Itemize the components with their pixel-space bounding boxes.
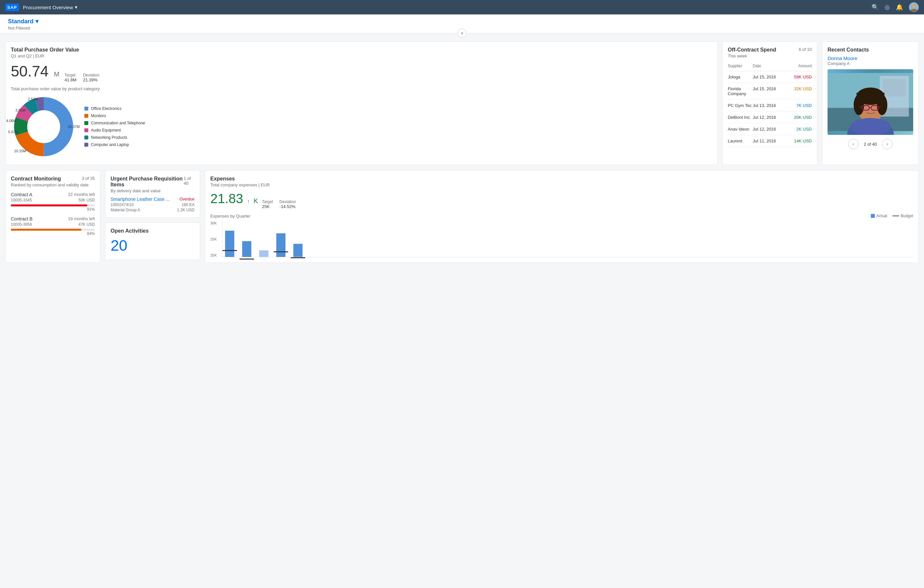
expenses-legend: Actual Budget [871, 214, 913, 218]
contract-a-id: 10005-3345 [11, 198, 32, 202]
donut-label-2: 2.54M [28, 97, 38, 101]
bar-q5-actual [293, 244, 302, 257]
pr-overdue-badge: Overdue [180, 197, 195, 202]
contract-b-id: 10005-3958 [11, 222, 32, 227]
y-label-30k: 30K [210, 221, 221, 225]
donut-chart: 25.37M 10.15M 5.07M 4.06M 3.55M 2.54M [11, 94, 76, 159]
svg-point-0 [912, 3, 916, 8]
expenses-kpi-value: 21.83 [210, 191, 243, 206]
contract-monitoring-card: Contract Monitoring 3 of 35 Ranked by co… [5, 170, 101, 263]
target-icon[interactable]: ◎ [884, 3, 890, 11]
pr-item-name-0[interactable]: Smartphone Leather Case ... [111, 197, 170, 202]
contract-monitoring-subtitle: Ranked by consumption and validity date [11, 182, 95, 187]
open-activities-header: Open Activities [111, 228, 195, 234]
legend-office-electronics: Office Electronics [84, 106, 145, 111]
legend-networking: Networking Products [84, 135, 145, 140]
legend-color-green [84, 121, 88, 125]
bar-q2-budget [239, 259, 254, 259]
bar-group-q4 [276, 233, 285, 257]
legend-color-purple [84, 143, 88, 147]
search-icon[interactable]: 🔍 [871, 3, 879, 11]
legend-audio: Audio Equipment [84, 128, 145, 132]
legend-comm-tel: Communication and Telephone [84, 121, 145, 126]
off-contract-row-3: DelBont Inc. Jul 12, 2016 20K USD [728, 112, 812, 123]
legend-actual-icon [871, 214, 875, 218]
contract-a-months: 22 months left [68, 192, 95, 197]
col-supplier: Supplier [728, 64, 753, 68]
donut-label-25: 25.37M [68, 125, 80, 129]
contract-b-percent: 84% [11, 231, 95, 236]
bell-icon[interactable]: 🔔 [896, 3, 903, 11]
urgent-pr-card: Urgent Purchase Requisition Items 1 of 4… [105, 170, 200, 218]
header-left: SAP Procurement Overview ▾ [5, 3, 78, 11]
avatar[interactable] [909, 2, 919, 12]
legend-budget-icon [893, 216, 899, 216]
svg-point-8 [27, 110, 60, 143]
contract-b-progress-bg [11, 229, 95, 231]
view-label: Standard [8, 18, 33, 25]
pr-item-detail-0: 10002474/10 180 EA [111, 202, 195, 207]
legend-color-pink [84, 128, 88, 132]
expenses-target-value: 25K [262, 204, 273, 209]
contact-name[interactable]: Donna Moore [828, 55, 913, 61]
donut-label-5: 5.07M [8, 130, 18, 134]
bar-q3-actual [259, 250, 268, 257]
bar-chart-wrapper: 30K 25K 20K [210, 221, 913, 257]
po-kpi-value: 50.74 [11, 64, 49, 79]
total-po-card: Total Purchase Order Value Q1 and Q2 | E… [5, 41, 718, 165]
contract-a-percent: 91% [11, 207, 95, 211]
po-target-label: Target [64, 73, 76, 78]
bottom-row: Contract Monitoring 3 of 35 Ranked by co… [0, 170, 924, 268]
expenses-deviation: Deviation -14.52% [280, 200, 296, 209]
off-contract-row-1: Florida Company Jul 15, 2016 32K USD [728, 83, 812, 100]
expenses-chart-title: Expenses by Quarter [210, 214, 250, 218]
legend-label-2: Communication and Telephone [91, 121, 145, 126]
col-date: Date [753, 64, 782, 68]
contract-a-progress-bg [11, 205, 95, 206]
donut-label-10: 10.15M [14, 149, 26, 153]
contact-next-button[interactable]: › [882, 139, 893, 149]
app-header: SAP Procurement Overview ▾ 🔍 ◎ 🔔 [0, 0, 924, 15]
legend-budget: Budget [893, 214, 913, 218]
contract-monitoring-header: Contract Monitoring 3 of 35 [11, 176, 95, 182]
svg-rect-12 [883, 79, 906, 96]
contract-a-details: 10005-3345 50K USD [11, 198, 95, 202]
recent-contacts-title: Recent Contacts [828, 47, 913, 53]
view-selector[interactable]: Standard ▾ [8, 18, 916, 25]
po-kpi-row: 50.74 M Target 41.8M Deviation 21.39% [11, 64, 712, 83]
pr-item-0: Smartphone Leather Case ... Overdue 1000… [111, 197, 195, 212]
contract-item-0: Contract A 22 months left 10005-3345 50K… [11, 192, 95, 211]
legend-label-1: Monitors [91, 114, 106, 118]
contract-b-value: 47K USD [78, 222, 95, 227]
po-chart-area: 25.37M 10.15M 5.07M 4.06M 3.55M 2.54M Of… [11, 94, 712, 159]
contract-a-name: Contract A [11, 192, 32, 197]
expenses-subtitle: Total company expenses | EUR [210, 182, 913, 187]
donut-label-3: 3.55M [15, 108, 26, 112]
contract-b-details: 10005-3958 47K USD [11, 222, 95, 227]
legend-label-4: Networking Products [91, 135, 127, 140]
contact-image [828, 69, 913, 135]
off-contract-row-0: Jologa Jul 15, 2016 59K USD [728, 71, 812, 83]
sap-logo: SAP [5, 3, 19, 11]
legend-computer: Computer and Laptop [84, 142, 145, 147]
contract-a-progress-fill [11, 205, 87, 206]
bar-q4-actual [276, 233, 285, 257]
contact-prev-button[interactable]: ‹ [848, 139, 859, 149]
po-card-subtitle: Q1 and Q2 | EUR [11, 53, 712, 58]
po-deviation-label: Deviation [83, 73, 99, 78]
po-deviation-value: 21.39% [83, 78, 99, 83]
app-title[interactable]: Procurement Overview ▾ [23, 4, 78, 10]
contract-b-progress-fill [11, 229, 81, 231]
pr-item-detail-1: Material Group A 1.2K USD [111, 208, 195, 212]
legend-actual: Actual [871, 214, 887, 218]
svg-point-1 [910, 9, 918, 12]
expenses-kpi-row: 21.83 ↑ K Target 25K Deviation -14.52% [210, 191, 913, 209]
expenses-chart-header: Expenses by Quarter Actual Budget [210, 213, 913, 218]
collapse-button[interactable]: ∨ [457, 28, 467, 38]
y-label-25k: 25K [210, 237, 221, 241]
contact-nav: ‹ 2 of 40 › [828, 139, 913, 149]
off-contract-card: Off-Contract Spend 6 of 10 This week Sup… [722, 41, 817, 165]
open-activities-count: 20 [111, 237, 127, 254]
off-contract-row-5: Laurent Jul 11, 2016 14K USD [728, 135, 812, 147]
expenses-kpi-unit: K [254, 197, 258, 205]
